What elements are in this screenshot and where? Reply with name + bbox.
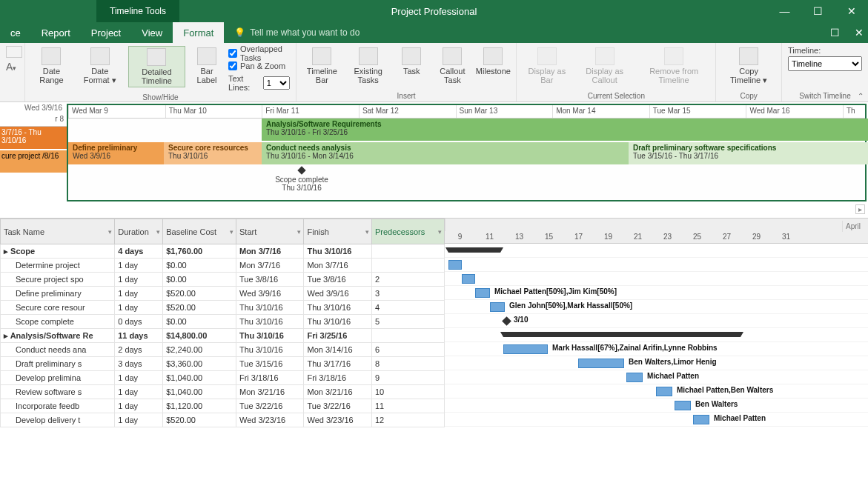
switch-timeline-group-label: Switch Timeline xyxy=(788,90,862,100)
milestone-button[interactable]: Milestone xyxy=(476,46,510,77)
tell-me-placeholder: Tell me what you want to do xyxy=(250,27,360,38)
font-color-button[interactable]: A▾ xyxy=(6,61,16,73)
timeline-bars: Analysis/Software RequirementsThu 3/10/1… xyxy=(68,119,865,200)
task-grid[interactable]: Task Name▾Duration▾Baseline Cost▾Start▾F… xyxy=(0,219,445,440)
gantt-row: Mark Hassall[67%],Zainal Arifin,Lynne Ro… xyxy=(445,342,868,356)
column-header[interactable]: Task Name▾ xyxy=(1,219,115,244)
tab-resource[interactable]: ce xyxy=(0,22,31,43)
pan-zoom-checkbox[interactable]: Pan & Zoom xyxy=(228,60,290,72)
gantt-task-bar[interactable] xyxy=(656,387,672,396)
timeline-bar-button[interactable]: Timeline Bar xyxy=(302,46,342,86)
gantt-chart[interactable]: April 91113151719212325272931 Michael Pa… xyxy=(445,219,868,440)
insert-task-button[interactable]: Task xyxy=(394,46,428,77)
maximize-button[interactable]: ☐ xyxy=(801,0,835,22)
copy-timeline-button[interactable]: Copy Timeline ▾ xyxy=(722,46,775,86)
table-row[interactable]: ▸ Analysis/Software Re11 days$14,800.00T… xyxy=(1,329,445,343)
table-row[interactable]: Develop prelimina1 day$1,040.00Fri 3/18/… xyxy=(1,371,445,385)
date-format-button[interactable]: Date Format ▾ xyxy=(76,46,124,86)
existing-tasks-button[interactable]: Existing Tasks xyxy=(346,46,390,86)
tab-project[interactable]: Project xyxy=(81,22,131,43)
gantt-row: Michael Patten xyxy=(445,413,868,427)
tab-format[interactable]: Format xyxy=(173,22,224,43)
gantt-task-bar[interactable] xyxy=(578,359,624,368)
gantt-row: Ben Walters,Limor Henig xyxy=(445,356,868,370)
callout-task-button[interactable]: Callout Task xyxy=(433,46,471,86)
table-row[interactable]: Scope complete0 days$0.00Thu 3/10/16Thu … xyxy=(1,315,445,329)
table-row[interactable]: Review software s1 day$1,040.00Mon 3/21/… xyxy=(1,385,445,399)
tab-report[interactable]: Report xyxy=(31,22,81,43)
bar-label-button[interactable]: Bar Label xyxy=(190,46,224,86)
column-header[interactable]: Duration▾ xyxy=(115,219,163,244)
doc-close-button[interactable]: ✕ xyxy=(855,27,864,39)
table-row[interactable]: Draft preliminary s3 days$3,360.00Tue 3/… xyxy=(1,357,445,371)
table-row[interactable]: Secure core resour1 day$520.00Thu 3/10/1… xyxy=(1,301,445,315)
gantt-day-label: 27 xyxy=(712,231,741,244)
table-row[interactable]: Define preliminary1 day$520.00Wed 3/9/16… xyxy=(1,287,445,301)
table-row[interactable]: Incorporate feedb1 day$1,120.00Tue 3/22/… xyxy=(1,399,445,413)
table-row[interactable]: ▸ Scope4 days$1,760.00Mon 3/7/16Thu 3/10… xyxy=(1,244,445,259)
gantt-task-bar[interactable] xyxy=(626,373,643,382)
timeline-scale: Wed Mar 9Thu Mar 10Fri Mar 11 Sat Mar 12… xyxy=(68,105,865,119)
window-controls: — ☐ ✕ xyxy=(768,0,868,22)
gantt-row: Michael Patten xyxy=(445,370,868,384)
timeline-bar[interactable]: Analysis/Software RequirementsThu 3/10/1… xyxy=(262,119,868,141)
text-lines-select[interactable]: 1 xyxy=(263,76,290,90)
tell-me-search[interactable]: 💡 Tell me what you want to do xyxy=(224,22,370,43)
gantt-milestone[interactable] xyxy=(502,316,511,326)
insert-group: Timeline Bar Existing Tasks Task Callout… xyxy=(296,43,517,101)
gantt-day-label: 23 xyxy=(652,231,682,244)
gantt-task-bar[interactable] xyxy=(503,344,548,354)
overlapped-tasks-checkbox[interactable]: Overlapped Tasks xyxy=(228,47,290,59)
ribbon-collapse-button[interactable]: ⌃ xyxy=(858,92,864,100)
timeline-scroll-right[interactable]: ▸ xyxy=(855,204,865,214)
timeline-bar[interactable]: Draft preliminary software specification… xyxy=(629,142,868,164)
gantt-day-label: 31 xyxy=(771,231,801,244)
table-row[interactable]: Determine project1 day$0.00Mon 3/7/16Mon… xyxy=(1,259,445,273)
table-row[interactable]: Secure project spo1 day$0.00Tue 3/8/16Tu… xyxy=(1,273,445,287)
split-view: Task Name▾Duration▾Baseline Cost▾Start▾F… xyxy=(0,218,868,440)
gantt-day-label: 13 xyxy=(504,231,534,244)
display-as-bar-button[interactable]: Display as Bar xyxy=(523,46,571,86)
timeline-bar[interactable]: Secure core resourcesThu 3/10/16 xyxy=(164,142,262,164)
column-header[interactable]: Finish▾ xyxy=(304,219,371,244)
gantt-timescale: April 91113151719212325272931 xyxy=(445,219,868,244)
contextual-tab-label: Timeline Tools xyxy=(96,0,179,22)
table-row[interactable]: Conduct needs ana2 days$2,240.00Thu 3/10… xyxy=(1,343,445,357)
text-lines-label: Text Lines: xyxy=(228,74,260,92)
gantt-day-label: 11 xyxy=(474,231,504,244)
minimize-button[interactable]: — xyxy=(768,0,801,22)
showhide-group-label: Show/Hide xyxy=(31,92,290,101)
gantt-task-bar[interactable] xyxy=(462,274,475,284)
font-selector[interactable] xyxy=(6,46,22,58)
close-button[interactable]: ✕ xyxy=(835,0,868,22)
gantt-task-bar[interactable] xyxy=(448,260,462,270)
gantt-task-bar[interactable] xyxy=(675,401,691,410)
detailed-timeline-button[interactable]: Detailed Timeline xyxy=(128,46,185,87)
switch-timeline-select[interactable]: Timeline xyxy=(788,56,862,71)
timeline-view[interactable]: Wed Mar 9Thu Mar 10Fri Mar 11 Sat Mar 12… xyxy=(67,104,867,201)
gantt-row xyxy=(445,258,868,272)
timeline-milestone[interactable]: Scope completeThu 3/10/16 xyxy=(257,167,346,192)
current-selection-group: Display as Bar Display as Callout Remove… xyxy=(517,43,716,101)
column-header[interactable]: Start▾ xyxy=(236,219,303,244)
timeline-bar[interactable]: Define preliminaryWed 3/9/16 xyxy=(68,142,164,164)
gantt-task-bar[interactable] xyxy=(693,415,709,424)
gantt-task-bar[interactable] xyxy=(475,288,490,298)
display-as-callout-button[interactable]: Display as Callout xyxy=(575,46,634,86)
table-row[interactable]: Develop delivery t1 day$520.00Wed 3/23/1… xyxy=(1,413,445,427)
doc-restore-button[interactable]: ☐ xyxy=(830,27,840,39)
column-header[interactable]: Predecessors▾ xyxy=(371,219,444,244)
date-range-button[interactable]: Date Range xyxy=(31,46,72,86)
tab-view[interactable]: View xyxy=(131,22,173,43)
showhide-group: Date Range Date Format ▾ Detailed Timeli… xyxy=(25,43,296,101)
switch-timeline-group: Timeline: Timeline Switch Timeline xyxy=(782,43,868,101)
remove-from-timeline-button[interactable]: Remove from Timeline xyxy=(638,46,709,86)
gantt-task-bar[interactable] xyxy=(490,302,505,312)
column-header[interactable]: Baseline Cost▾ xyxy=(163,219,236,244)
current-selection-group-label: Current Selection xyxy=(523,90,709,100)
gantt-summary-bar[interactable] xyxy=(503,332,741,337)
gantt-summary-bar[interactable] xyxy=(448,247,500,253)
timeline-bar[interactable]: Conduct needs analysisThu 3/10/16 - Mon … xyxy=(262,142,629,164)
gantt-bar-label: Michael Patten[50%],Jim Kim[50%] xyxy=(494,287,617,296)
gantt-row xyxy=(445,244,868,258)
